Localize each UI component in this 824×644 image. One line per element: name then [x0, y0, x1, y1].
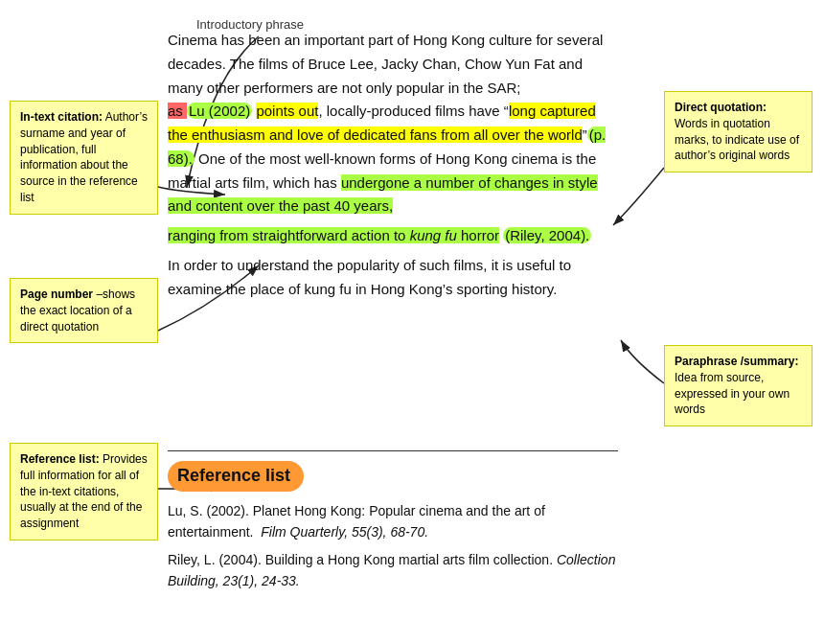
reference-section: Reference list Lu, S. (2002). Planet Hon… [168, 450, 618, 600]
ref-entry-1-text: Lu, S. (2002). Planet Hong Kong: Popular… [168, 503, 545, 540]
main-content: Cinema has been an important part of Hon… [168, 29, 618, 301]
riley-cite: (Riley, 2004). [503, 227, 591, 243]
direct-quote-box: Direct quotation: Words in quotation mar… [664, 91, 813, 172]
paraphrase-highlight-2: ranging from straightforward action to k… [168, 227, 499, 243]
reference-entry-2: Riley, L. (2004). Building a Hong Kong m… [168, 550, 618, 591]
direct-quote-body: Words in quotation marks, to indicate us… [675, 117, 799, 163]
reference-entry-1: Lu, S. (2002). Planet Hong Kong: Popular… [168, 501, 618, 542]
reference-title-text: Reference list [177, 466, 290, 485]
direct-quote-title: Direct quotation: [675, 101, 767, 114]
paraphrase-highlight-1: undergone a number of changes in style a… [168, 174, 598, 215]
paragraph-2b: ranging from straightforward action to k… [168, 224, 618, 248]
author-cite-highlight: Lu (2002) [187, 103, 252, 119]
paragraph-3: In order to understand the popularity of… [168, 254, 618, 302]
paraphrase-title: Paraphrase /summary: [675, 355, 798, 368]
page-num-title: Page number [20, 288, 93, 301]
as-highlight: as [168, 103, 187, 119]
ref-list-left-box: Reference list: Provides full informatio… [10, 443, 158, 540]
ref-list-title: Reference list: [20, 452, 100, 466]
page: Introductory phrase In-text citation: Au… [0, 0, 824, 644]
paraphrase-body: Idea from source, expressed in your own … [675, 371, 790, 417]
ref-entry-2-text: Riley, L. (2004). Building a Hong Kong m… [168, 552, 615, 588]
paragraph-1: Cinema has been an important part of Hon… [168, 29, 618, 100]
points-out-highlight: points out [256, 103, 318, 119]
paraphrase-box: Paraphrase /summary: Idea from source, e… [664, 345, 813, 426]
in-text-body: Author’s surname and year of publication… [20, 110, 148, 204]
in-text-citation-box: In-text citation: Author’s surname and y… [10, 101, 158, 215]
ref-entry-2-italic: Collection Building, 23(1), 24-33. [168, 552, 615, 588]
reference-title: Reference list [168, 461, 304, 492]
ref-entry-1-italic: Film Quarterly, 55(3), 68-70. [261, 524, 428, 540]
in-text-title: In-text citation: [20, 110, 103, 124]
paragraph-2: as Lu (2002) points out, locally-produce… [168, 100, 618, 218]
page-number-box: Page number –shows the exact location of… [10, 278, 158, 343]
